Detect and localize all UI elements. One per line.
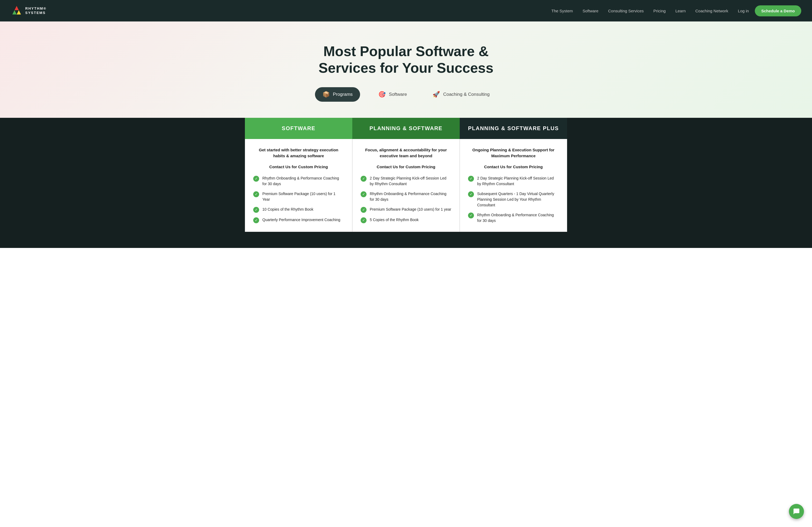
navigation: RHYTHM® SYSTEMS The System Software Cons…: [0, 0, 812, 21]
plan-planning-header: PLANNING & SOFTWARE: [352, 118, 460, 139]
plan-software-feature-4: ✓ Quarterly Performance Improvement Coac…: [253, 217, 344, 223]
plan-plus-title: PLANNING & SOFTWARE PLUS: [465, 125, 562, 132]
logo-name-line2: SYSTEMS: [25, 11, 46, 15]
plan-planning-feature-3: ✓ Premium Software Package (10 users) fo…: [361, 207, 451, 213]
check-icon: ✓: [253, 207, 259, 213]
nav-login[interactable]: Log in: [734, 6, 753, 15]
plan-software-header: SOFTWARE: [245, 118, 352, 139]
tab-software[interactable]: 🎯 Software: [371, 87, 414, 102]
plans-grid: SOFTWARE Get started with better strateg…: [245, 118, 567, 232]
tab-software-label: Software: [389, 92, 407, 97]
plan-plus-feature-1: ✓ 2 Day Strategic Planning Kick-off Sess…: [468, 176, 559, 187]
plan-plus-feature-3: ✓ Rhythm Onboarding & Performance Coachi…: [468, 212, 559, 224]
check-icon: ✓: [361, 207, 366, 213]
svg-marker-1: [14, 6, 19, 10]
plan-plus-body: Ongoing Planning & Execution Support for…: [460, 139, 567, 232]
plan-software-body: Get started with better strategy executi…: [245, 139, 352, 232]
plan-planning-feature-2: ✓ Rhythm Onboarding & Performance Coachi…: [361, 191, 451, 202]
schedule-demo-button[interactable]: Schedule a Demo: [755, 5, 801, 16]
logo-name-line1: RHYTHM®: [25, 6, 46, 11]
category-tabs: 📦 Programs 🎯 Software 🚀 Coaching & Consu…: [11, 87, 801, 102]
plan-software-features: ✓ Rhythm Onboarding & Performance Coachi…: [253, 176, 344, 223]
check-icon: ✓: [253, 191, 259, 197]
plan-planning-pricing: Contact Us for Custom Pricing: [361, 165, 451, 169]
check-icon: ✓: [361, 191, 366, 197]
check-icon: ✓: [253, 176, 259, 182]
nav-consulting[interactable]: Consulting Services: [605, 6, 648, 15]
nav-learn[interactable]: Learn: [671, 6, 689, 15]
check-icon: ✓: [361, 217, 366, 223]
plan-plus-pricing: Contact Us for Custom Pricing: [468, 165, 559, 169]
software-tab-icon: 🎯: [378, 91, 386, 98]
tab-programs-label: Programs: [333, 92, 353, 97]
plan-plus-feature-2: ✓ Subsequent Quarters - 1 Day Virtual Qu…: [468, 191, 559, 208]
plan-planning-feature-1: ✓ 2 Day Strategic Planning Kick-off Sess…: [361, 176, 451, 187]
plan-planning-title: PLANNING & SOFTWARE: [358, 125, 454, 132]
plan-planning-feature-4: ✓ 5 Copies of the Rhythm Book: [361, 217, 451, 223]
plan-planning-body: Focus, alignment & accountability for yo…: [352, 139, 460, 232]
plan-plus: PLANNING & SOFTWARE PLUS Ongoing Plannin…: [460, 118, 567, 232]
nav-links: The System Software Consulting Services …: [548, 5, 801, 16]
nav-coaching-network[interactable]: Coaching Network: [692, 6, 732, 15]
plan-software-feature-3: ✓ 10 Copies of the Rhythm Book: [253, 207, 344, 213]
plan-software: SOFTWARE Get started with better strateg…: [245, 118, 352, 232]
plan-software-pricing: Contact Us for Custom Pricing: [253, 165, 344, 169]
svg-marker-2: [12, 10, 17, 15]
logo[interactable]: RHYTHM® SYSTEMS: [11, 5, 46, 17]
plan-plus-header: PLANNING & SOFTWARE PLUS: [460, 118, 567, 139]
check-icon: ✓: [468, 191, 474, 197]
check-icon: ✓: [253, 217, 259, 223]
plans-section: SOFTWARE Get started with better strateg…: [0, 118, 812, 248]
check-icon: ✓: [468, 176, 474, 182]
plan-software-feature-1: ✓ Rhythm Onboarding & Performance Coachi…: [253, 176, 344, 187]
nav-software[interactable]: Software: [579, 6, 602, 15]
programs-icon: 📦: [322, 91, 330, 98]
nav-pricing[interactable]: Pricing: [650, 6, 669, 15]
hero-section: Most Popular Software & Services for You…: [0, 21, 812, 118]
plan-planning-features: ✓ 2 Day Strategic Planning Kick-off Sess…: [361, 176, 451, 223]
hero-title: Most Popular Software & Services for You…: [312, 43, 500, 76]
nav-the-system[interactable]: The System: [548, 6, 577, 15]
plan-plus-features: ✓ 2 Day Strategic Planning Kick-off Sess…: [468, 176, 559, 224]
plan-software-description: Get started with better strategy executi…: [253, 147, 344, 159]
check-icon: ✓: [361, 176, 366, 182]
tab-programs[interactable]: 📦 Programs: [315, 87, 360, 102]
plan-software-title: SOFTWARE: [250, 125, 347, 132]
check-icon: ✓: [468, 212, 474, 219]
plan-planning-description: Focus, alignment & accountability for yo…: [361, 147, 451, 159]
coaching-icon: 🚀: [433, 91, 440, 98]
plan-plus-description: Ongoing Planning & Execution Support for…: [468, 147, 559, 159]
tab-coaching-consulting[interactable]: 🚀 Coaching & Consulting: [425, 87, 497, 102]
plan-planning-software: PLANNING & SOFTWARE Focus, alignment & a…: [352, 118, 460, 232]
plan-software-feature-2: ✓ Premium Software Package (10 users) fo…: [253, 191, 344, 202]
tab-coaching-label: Coaching & Consulting: [443, 92, 490, 97]
svg-marker-3: [17, 10, 21, 15]
